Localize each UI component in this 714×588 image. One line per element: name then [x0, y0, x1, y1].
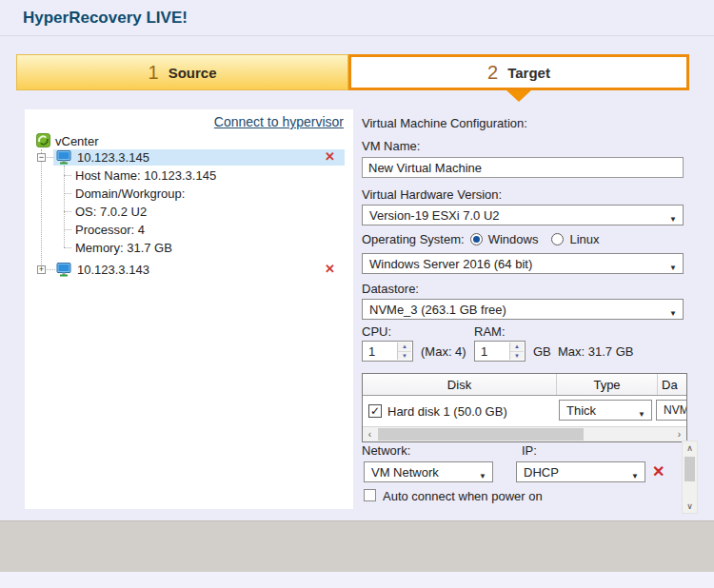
- remove-host-icon[interactable]: ✕: [325, 150, 335, 164]
- disk-column-header: Disk: [363, 374, 557, 395]
- auto-connect-label: Auto connect when power on: [383, 489, 543, 503]
- window-header: HyperRecovery LIVE!: [0, 0, 714, 36]
- tree-node-host-143-label: 10.123.3.143: [77, 263, 149, 277]
- cpu-step-down-icon[interactable]: ▼: [398, 352, 411, 361]
- disk-datastore-select[interactable]: NVMe_3: [656, 400, 687, 421]
- remove-host-icon[interactable]: ✕: [325, 263, 335, 276]
- chevron-down-icon: ▼: [631, 468, 639, 482]
- scroll-down-icon[interactable]: ∨: [683, 500, 697, 513]
- host-detail-hostname-label: Host Name: 10.123.3.145: [75, 168, 216, 183]
- ram-stepper[interactable]: 1 ▲▼: [474, 341, 526, 362]
- vcenter-icon: [36, 133, 50, 150]
- hypervisor-tree-panel: Connect to hypervisor vCenter − 10.123.3…: [25, 109, 353, 509]
- host-detail-domain: Domain/Workgroup:: [25, 186, 353, 202]
- os-label: Operating System:: [362, 232, 465, 246]
- hscrollbar-thumb[interactable]: [378, 428, 584, 441]
- tab-target-number: 2: [487, 62, 498, 84]
- cpu-stepper[interactable]: 1 ▲▼: [362, 341, 413, 362]
- host-detail-processor-label: Processor: 4: [75, 223, 145, 237]
- ip-select[interactable]: DHCP ▼: [516, 461, 645, 482]
- network-label: Network:: [362, 443, 410, 458]
- ram-step-down-icon[interactable]: ▼: [510, 352, 524, 361]
- section-title: Virtual Machine Configuration:: [362, 116, 527, 130]
- os-radio-windows-label: Windows: [488, 232, 539, 246]
- host-detail-memory: Memory: 31.7 GB: [25, 240, 353, 256]
- chevron-down-icon: ▼: [479, 468, 486, 482]
- cpu-value: 1: [368, 344, 375, 359]
- host-icon: [56, 263, 71, 280]
- disk-checkbox[interactable]: ✓: [368, 404, 382, 418]
- host-detail-hostname: Host Name: 10.123.3.145: [25, 167, 353, 184]
- vm-config-panel: Virtual Machine Configuration: VM Name: …: [362, 109, 687, 519]
- tab-target-label: Target: [507, 65, 550, 81]
- host-icon: [56, 150, 71, 167]
- host-detail-processor: Processor: 4: [25, 222, 353, 238]
- type-column-header: Type: [557, 374, 658, 395]
- network-value: VM Network: [371, 465, 439, 480]
- os-radio-group: Operating System: Windows Linux: [362, 231, 606, 246]
- ram-value: 1: [481, 344, 487, 359]
- os-radio-windows[interactable]: [470, 233, 483, 245]
- ram-label: RAM:: [474, 324, 506, 339]
- host-detail-os: OS: 7.0.2 U2: [25, 204, 353, 220]
- disk-table: Disk Type Da ✓ Hard disk 1 (50.0 GB) Thi…: [362, 373, 687, 442]
- guest-os-value: Windows Server 2016 (64 bit): [369, 257, 532, 271]
- config-vscrollbar[interactable]: ∧ ∨: [682, 441, 698, 514]
- remove-network-icon[interactable]: ✕: [652, 462, 664, 480]
- tree-node-vcenter-label: vCenter: [55, 134, 99, 148]
- connect-to-hypervisor-link[interactable]: Connect to hypervisor: [214, 114, 344, 129]
- hw-version-select[interactable]: Version-19 ESXi 7.0 U2 ▼: [362, 205, 684, 225]
- host-detail-memory-label: Memory: 31.7 GB: [75, 241, 172, 255]
- tree-node-vcenter[interactable]: vCenter: [25, 133, 353, 149]
- disk-table-row: ✓ Hard disk 1 (50.0 GB) Thick ▼ NVMe_3: [363, 396, 686, 426]
- disk-type-value: Thick: [566, 403, 596, 418]
- scroll-left-icon[interactable]: ‹: [363, 427, 377, 441]
- network-select[interactable]: VM Network ▼: [364, 461, 493, 482]
- datastore-select[interactable]: NVMe_3 (263.1 GB free) ▼: [362, 299, 684, 320]
- auto-connect-checkbox[interactable]: [364, 489, 376, 501]
- os-radio-linux-label: Linux: [569, 232, 599, 246]
- hyperrecovery-window: HyperRecovery LIVE! 1 Source 2 Target Co…: [0, 0, 714, 588]
- datastore-value: NVMe_3 (263.1 GB free): [369, 303, 506, 317]
- tab-target[interactable]: 2 Target: [348, 54, 689, 90]
- active-tab-caret-icon: [506, 90, 531, 102]
- chevron-down-icon: ▼: [669, 305, 677, 320]
- tree-node-host-145-label: 10.123.3.145: [77, 150, 149, 165]
- footer-bar: Previous Done Cancel: [0, 520, 714, 573]
- datastore-column-header: Da: [658, 374, 686, 395]
- bottom-strip: [0, 572, 714, 588]
- vm-name-input[interactable]: New Virtual Machine: [362, 157, 684, 178]
- disk-name: Hard disk 1 (50.0 GB): [387, 404, 507, 419]
- host-detail-os-label: OS: 7.0.2 U2: [75, 205, 147, 219]
- cpu-step-up-icon[interactable]: ▲: [398, 343, 411, 352]
- hw-version-label: Virtual Hardware Version:: [362, 187, 502, 202]
- expand-toggle-icon[interactable]: +: [37, 265, 46, 274]
- ip-value: DHCP: [524, 465, 559, 480]
- disk-datastore-value: NVMe_3: [664, 403, 687, 417]
- guest-os-select[interactable]: Windows Server 2016 (64 bit) ▼: [362, 253, 684, 274]
- tab-source[interactable]: 1 Source: [16, 54, 348, 90]
- ram-step-up-icon[interactable]: ▲: [510, 343, 524, 352]
- app-title: HyperRecovery LIVE!: [23, 9, 188, 28]
- tree-node-host-143[interactable]: + 10.123.3.143 ✕: [25, 262, 353, 278]
- scroll-right-icon[interactable]: ›: [672, 427, 686, 441]
- tree-node-host-145[interactable]: − 10.123.3.145 ✕: [25, 149, 353, 166]
- disk-table-header: Disk Type Da: [363, 374, 686, 396]
- tab-source-label: Source: [169, 65, 217, 81]
- ram-max-note: Max: 31.7 GB: [558, 344, 633, 359]
- datastore-label: Datastore:: [362, 282, 419, 296]
- os-radio-linux[interactable]: [551, 233, 564, 245]
- disk-table-hscrollbar[interactable]: ‹ ›: [363, 426, 686, 441]
- collapse-toggle-icon[interactable]: −: [37, 153, 46, 162]
- cpu-label: CPU:: [362, 324, 391, 339]
- scroll-up-icon[interactable]: ∧: [683, 441, 697, 455]
- vm-name-label: VM Name:: [362, 139, 420, 153]
- chevron-down-icon: ▼: [669, 211, 677, 225]
- vscrollbar-thumb[interactable]: [684, 457, 695, 481]
- disk-type-select[interactable]: Thick ▼: [559, 400, 652, 421]
- cpu-max-note: (Max: 4): [421, 344, 466, 359]
- host-detail-domain-label: Domain/Workgroup:: [75, 186, 185, 201]
- ip-label: IP:: [522, 443, 537, 458]
- chevron-down-icon: ▼: [638, 406, 645, 421]
- chevron-down-icon: ▼: [669, 260, 677, 274]
